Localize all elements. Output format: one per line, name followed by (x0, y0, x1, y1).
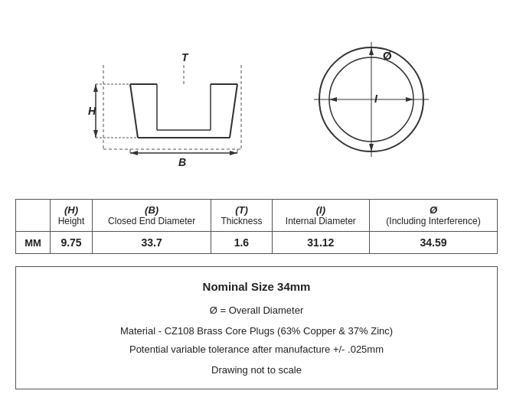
svg-marker-31 (369, 144, 374, 151)
svg-text:I: I (374, 93, 378, 105)
data-table: (H) Height (B) Closed End Diameter (T) T… (15, 199, 498, 254)
svg-marker-15 (93, 130, 98, 138)
svg-line-4 (130, 84, 138, 138)
svg-marker-30 (369, 47, 374, 55)
empty-header (16, 200, 51, 232)
svg-text:T: T (181, 51, 189, 63)
diagram-area: T H B (15, 8, 498, 199)
svg-marker-33 (329, 97, 337, 102)
material-note: Material - CZ108 Brass Core Plugs (63% C… (31, 322, 482, 340)
svg-marker-21 (230, 151, 237, 155)
col-header-I: (I) Internal Diameter (272, 200, 369, 232)
nominal-size-title: Nominal Size 34mm (31, 276, 482, 297)
value-T: 1.6 (211, 232, 272, 254)
col-header-B: (B) Closed End Diameter (93, 200, 211, 232)
svg-text:B: B (178, 156, 186, 168)
side-view-diagram: T H B (80, 15, 279, 184)
svg-text:Ø: Ø (383, 49, 392, 62)
value-O: 34.59 (370, 232, 498, 254)
tolerance-note: Potential variable tolerance after manuf… (31, 340, 482, 358)
svg-text:H: H (88, 105, 96, 117)
col-header-T: (T) Thickness (211, 200, 272, 232)
svg-line-5 (230, 84, 237, 138)
value-I: 31.12 (272, 232, 369, 254)
col-header-H: (H) Height (51, 200, 93, 232)
svg-marker-14 (93, 84, 98, 92)
page: T H B (0, 0, 513, 405)
value-B: 33.7 (93, 232, 211, 254)
col-header-O: Ø (Including Interference) (370, 200, 498, 232)
diameter-note: Ø = Overall Diameter (31, 301, 482, 319)
scale-note: Drawing not to scale (31, 361, 482, 379)
value-H: 9.75 (51, 232, 93, 254)
top-view-diagram: Ø I (310, 38, 433, 161)
svg-marker-20 (130, 151, 138, 155)
svg-marker-34 (406, 97, 413, 102)
row-label-mm: MM (16, 232, 51, 254)
info-box: Nominal Size 34mm Ø = Overall Diameter M… (15, 266, 498, 389)
